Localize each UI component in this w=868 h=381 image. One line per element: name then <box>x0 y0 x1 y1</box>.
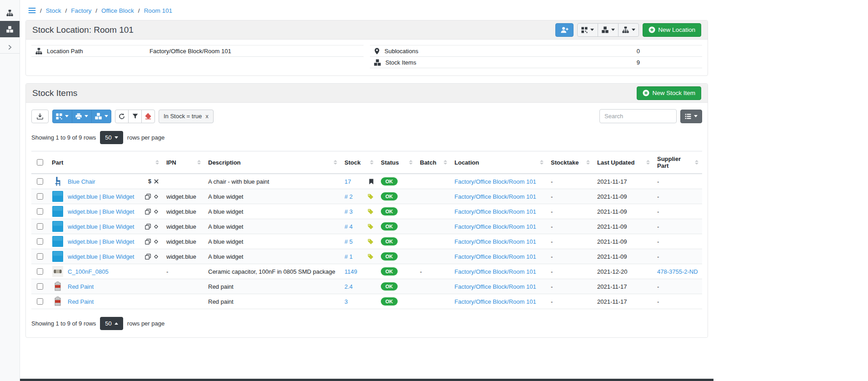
location-link[interactable]: Factory/Office Block/Room 101 <box>454 298 536 305</box>
part-link[interactable]: C_100nF_0805 <box>68 268 109 275</box>
search-input[interactable] <box>599 109 677 123</box>
column-header-batch[interactable]: Batch <box>416 151 451 174</box>
new-stock-item-button[interactable]: New Stock Item <box>637 86 701 100</box>
row-checkbox[interactable] <box>37 253 43 260</box>
part-link[interactable]: widget.blue | Blue Widget <box>68 238 134 245</box>
print-actions-dropdown[interactable] <box>72 110 92 123</box>
detail-row: Sublocations0 <box>370 45 702 57</box>
stock-quantity-link[interactable]: # 4 <box>344 223 353 230</box>
part-link[interactable]: widget.blue | Blue Widget <box>68 253 134 260</box>
stock-quantity-link[interactable]: 2.4 <box>344 283 353 290</box>
breadcrumb-link[interactable]: Factory <box>71 7 91 14</box>
bookmark-icon <box>369 179 374 185</box>
filter-chip-label: In Stock = true <box>164 113 202 120</box>
qrcode-icon <box>581 27 588 33</box>
part-thumbnail <box>52 221 64 232</box>
location-link[interactable]: Factory/Office Block/Room 101 <box>454 193 536 200</box>
part-link[interactable]: Red Paint <box>68 283 94 290</box>
sort-icon[interactable] <box>643 160 650 165</box>
column-header-location[interactable]: Location <box>451 151 547 174</box>
page-size-dropdown[interactable]: 50 <box>100 317 123 330</box>
row-checkbox[interactable] <box>37 193 43 200</box>
sort-icon[interactable] <box>152 160 159 165</box>
row-checkbox[interactable] <box>37 208 43 215</box>
column-header-stock[interactable]: Stock <box>341 151 377 174</box>
stock-items-header: Stock Items New Stock Item <box>26 84 708 103</box>
admin-button[interactable] <box>555 23 574 37</box>
column-header-status[interactable]: Status <box>377 151 416 174</box>
new-location-button[interactable]: New Location <box>643 23 701 37</box>
part-link[interactable]: Red Paint <box>68 298 94 305</box>
breadcrumb-separator: / <box>95 7 97 14</box>
row-checkbox[interactable] <box>37 298 43 305</box>
refresh-button[interactable] <box>115 110 129 123</box>
sidebar-expand-button[interactable] <box>0 41 20 54</box>
breadcrumb-link[interactable]: Stock <box>46 7 61 14</box>
location-link[interactable]: Factory/Office Block/Room 101 <box>454 268 536 275</box>
row-checkbox[interactable] <box>37 268 43 275</box>
breadcrumb-separator: / <box>65 7 67 14</box>
stock-options-dropdown[interactable] <box>91 110 111 123</box>
stock-quantity-link[interactable]: # 1 <box>344 253 353 260</box>
sort-icon[interactable] <box>330 160 337 165</box>
stock-quantity-link[interactable]: 1149 <box>344 268 357 275</box>
column-select-button[interactable] <box>680 110 702 123</box>
sidebar-item-stock[interactable] <box>0 21 20 37</box>
filter-button[interactable] <box>128 110 142 123</box>
location-link[interactable]: Factory/Office Block/Room 101 <box>454 208 536 215</box>
location-link[interactable]: Factory/Office Block/Room 101 <box>454 178 536 185</box>
part-link[interactable]: Blue Chair <box>68 178 95 185</box>
sidebar-item-locations[interactable] <box>0 5 20 21</box>
row-checkbox[interactable] <box>37 283 43 290</box>
sort-icon[interactable] <box>583 160 590 165</box>
stock-quantity-link[interactable]: 3 <box>344 298 348 305</box>
export-button[interactable] <box>31 110 49 123</box>
part-link[interactable]: widget.blue | Blue Widget <box>68 208 134 215</box>
part-thumbnail <box>52 206 64 217</box>
column-header-ipn[interactable]: IPN <box>163 151 205 174</box>
location-actions-dropdown[interactable] <box>618 23 639 37</box>
column-header-last-updated[interactable]: Last Updated <box>594 151 653 174</box>
sort-icon[interactable] <box>691 160 698 165</box>
caret-down-icon <box>85 115 88 117</box>
row-checkbox[interactable] <box>37 178 43 185</box>
clear-filters-button[interactable] <box>141 110 155 123</box>
row-checkbox[interactable] <box>37 238 43 245</box>
column-label: Description <box>208 159 241 166</box>
barcode-actions-dropdown[interactable] <box>577 23 598 37</box>
description-cell: A chair - with blue paint <box>205 174 341 189</box>
stock-quantity-link[interactable]: # 5 <box>344 238 353 245</box>
breadcrumb-link[interactable]: Office Block <box>101 7 134 14</box>
supplier-part-link[interactable]: 478-3755-2-ND <box>657 268 698 275</box>
stock-quantity-link[interactable]: 17 <box>344 178 351 185</box>
stock-quantity-link[interactable]: # 2 <box>344 193 353 200</box>
location-link[interactable]: Factory/Office Block/Room 101 <box>454 223 536 230</box>
part-link[interactable]: widget.blue | Blue Widget <box>68 223 134 230</box>
location-link[interactable]: Factory/Office Block/Room 101 <box>454 238 536 245</box>
sort-icon[interactable] <box>536 160 544 165</box>
sort-icon[interactable] <box>194 160 201 165</box>
column-header-stocktake[interactable]: Stocktake <box>547 151 594 174</box>
location-link[interactable]: Factory/Office Block/Room 101 <box>454 253 536 260</box>
column-header-description[interactable]: Description <box>205 151 341 174</box>
row-checkbox[interactable] <box>37 223 43 230</box>
stock-quantity-link[interactable]: # 3 <box>344 208 353 215</box>
column-label: Stock <box>344 159 360 166</box>
column-label: Supplier Part <box>657 155 691 169</box>
sort-icon[interactable] <box>440 160 447 165</box>
select-all-checkbox[interactable] <box>37 159 43 165</box>
column-header-part[interactable]: Part <box>48 151 163 174</box>
filter-chip-remove[interactable]: x <box>205 113 209 120</box>
menu-icon[interactable] <box>28 7 36 14</box>
sort-icon[interactable] <box>366 160 374 165</box>
tag-icon <box>368 239 374 245</box>
sort-icon[interactable] <box>405 160 413 165</box>
part-link[interactable]: widget.blue | Blue Widget <box>68 193 134 200</box>
column-header-supplier-part[interactable]: Supplier Part <box>653 151 702 174</box>
barcode-actions-dropdown[interactable] <box>52 110 72 123</box>
stock-actions-dropdown[interactable] <box>598 23 619 37</box>
page-size-dropdown[interactable]: 50 <box>100 131 123 144</box>
part-flag-icons <box>145 254 159 260</box>
breadcrumb-link[interactable]: Room 101 <box>144 7 172 14</box>
location-link[interactable]: Factory/Office Block/Room 101 <box>454 283 536 290</box>
